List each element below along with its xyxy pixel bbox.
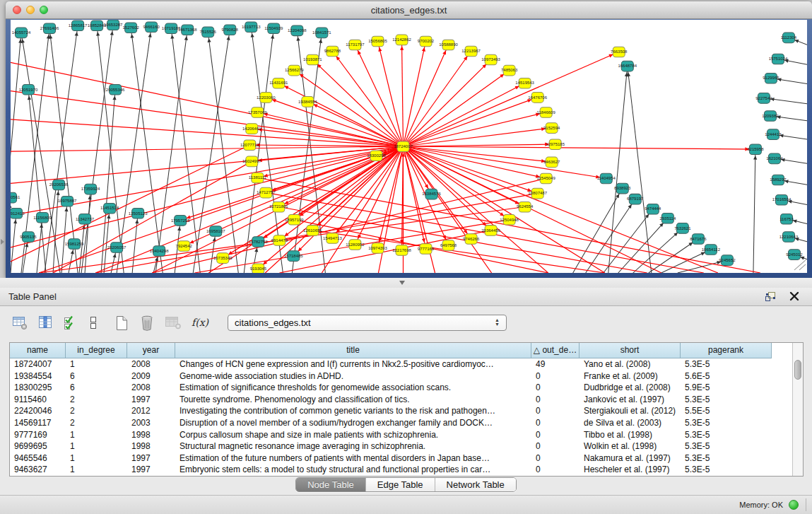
table-cell[interactable]: Tourette syndrome. Phenomenology and cla… — [175, 394, 531, 406]
table-row[interactable]: 2242004622012Investigating the contribut… — [10, 405, 792, 417]
function-builder-button[interactable]: f(x) — [188, 313, 212, 332]
table-cell[interactable]: 14569117 — [10, 417, 66, 429]
column-header-year[interactable]: year — [127, 343, 175, 358]
table-row[interactable]: 969969511998Structural magnetic resonanc… — [10, 440, 792, 452]
table-row[interactable]: 977716911998Corpus callosum shape and si… — [10, 429, 792, 441]
table-cell[interactable]: 0 — [531, 382, 579, 394]
table-select-dropdown[interactable]: citations_edges.txt ▲▼ — [228, 315, 507, 331]
table-cell[interactable]: 5.3E-5 — [681, 452, 772, 465]
table-cell[interactable]: 2 — [66, 417, 127, 429]
network-canvas-svg[interactable]: 1872400712975185946362711545049108074879… — [11, 20, 807, 273]
table-cell[interactable]: 2 — [66, 394, 127, 406]
table-cell[interactable]: 1997 — [127, 452, 175, 465]
table-cell[interactable]: 9465546 — [10, 452, 66, 465]
table-cell[interactable]: 5.3E-5 — [681, 394, 772, 406]
table-cell[interactable]: Estimation of the future numbers of pati… — [175, 452, 531, 465]
table-row[interactable]: 1456911722003Disruption of a novel membe… — [10, 417, 792, 429]
table-cell[interactable]: 2008 — [127, 382, 175, 394]
table-cell[interactable]: 1997 — [127, 464, 175, 476]
table-cell[interactable]: 9115460 — [10, 394, 66, 406]
table-cell[interactable]: Changes of HCN gene expression and I(f) … — [175, 358, 531, 370]
table-cell[interactable]: 2003 — [127, 417, 175, 429]
table-cell[interactable]: Franke et al. (2009) — [579, 370, 681, 382]
table-cell[interactable]: 0 — [531, 405, 579, 417]
table-cell[interactable]: Jankovic et al. (1997) — [579, 394, 681, 406]
table-cell[interactable]: Disruption of a novel member of a sodium… — [175, 417, 531, 429]
column-header-pagerank[interactable]: pagerank — [681, 343, 772, 358]
table-cell[interactable]: Tibbo et al. (1998) — [579, 429, 681, 441]
tab-network-table[interactable]: Network Table — [435, 478, 516, 491]
table-cell[interactable]: Structural magnetic resonance image aver… — [175, 440, 531, 452]
table-cell[interactable]: 5.3E-5 — [681, 358, 772, 370]
table-cell[interactable]: 5.3E-5 — [681, 429, 772, 441]
table-cell[interactable]: 1998 — [127, 440, 175, 452]
table-cell[interactable]: 18300295 — [10, 382, 66, 394]
table-cell[interactable]: Wolkin et al. (1998) — [579, 440, 681, 452]
clear-selection-button[interactable] — [86, 313, 107, 332]
table-cell[interactable]: 5.3E-5 — [681, 440, 772, 452]
table-row[interactable]: 946554611997Estimation of the future num… — [10, 452, 792, 465]
table-cell[interactable]: 2009 — [127, 370, 175, 382]
table-cell[interactable]: 1998 — [127, 429, 175, 441]
table-cell[interactable]: 9777169 — [10, 429, 66, 441]
column-header-out_de[interactable]: △ out_de… — [531, 343, 579, 358]
table-cell[interactable]: 0 — [531, 370, 579, 382]
network-window-titlebar[interactable]: citations_edges.txt — [6, 1, 812, 19]
memory-indicator-icon[interactable] — [789, 500, 799, 510]
table-cell[interactable]: 1 — [66, 358, 127, 370]
table-cell[interactable]: Nakamura et al. (1997) — [579, 452, 681, 465]
table-cell[interactable]: 1 — [66, 429, 127, 441]
table-row[interactable]: 1830029562008Estimation of significance … — [10, 382, 792, 394]
close-panel-icon[interactable] — [788, 291, 801, 303]
table-cell[interactable]: 22420046 — [10, 405, 66, 417]
table-cell[interactable]: 49 — [531, 358, 579, 370]
select-all-button[interactable] — [61, 313, 82, 332]
table-cell[interactable]: 5.3E-5 — [681, 417, 772, 429]
table-cell[interactable]: 0 — [531, 452, 579, 465]
table-cell[interactable]: 18724007 — [10, 358, 66, 370]
table-cell[interactable]: 5.3E-5 — [681, 464, 772, 476]
table-cell[interactable]: 6 — [66, 382, 127, 394]
table-cell[interactable]: 5.6E-5 — [681, 370, 772, 382]
tab-edge-table[interactable]: Edge Table — [366, 478, 435, 491]
network-canvas[interactable]: 1872400712975185946362711545049108074879… — [11, 20, 807, 273]
table-scrollbar[interactable] — [792, 343, 803, 476]
table-cell[interactable]: 5.9E-5 — [681, 382, 772, 394]
table-cell[interactable]: Genome-wide association studies in ADHD. — [175, 370, 531, 382]
delete-table-button[interactable] — [163, 313, 184, 332]
table-cell[interactable]: Hescheler et al. (1997) — [579, 464, 681, 476]
divider-collapse-handle[interactable] — [399, 281, 405, 285]
table-row[interactable]: 911546021997Tourette syndrome. Phenomeno… — [10, 394, 792, 406]
split-divider[interactable] — [0, 278, 812, 288]
table-options-button[interactable] — [10, 313, 31, 332]
table-cell[interactable]: 2012 — [127, 405, 175, 417]
table-row[interactable]: 946362711997Embryonic stem cells: a mode… — [10, 464, 792, 476]
tab-node-table[interactable]: Node Table — [296, 478, 366, 491]
table-cell[interactable]: 9463627 — [10, 464, 66, 476]
table-cell[interactable]: Estimation of significance thresholds fo… — [175, 382, 531, 394]
table-cell[interactable]: 9699695 — [10, 440, 66, 452]
table-cell[interactable]: 0 — [531, 417, 579, 429]
column-header-title[interactable]: title — [175, 343, 531, 358]
column-header-name[interactable]: name — [10, 343, 66, 358]
table-cell[interactable]: 1 — [66, 440, 127, 452]
table-cell[interactable]: Embryonic stem cells: a model to study s… — [175, 464, 531, 476]
table-cell[interactable]: 0 — [531, 464, 579, 476]
table-cell[interactable]: Dudbridge et al. (2008) — [579, 382, 681, 394]
float-window-icon[interactable] — [764, 291, 777, 303]
table-cell[interactable]: 0 — [531, 440, 579, 452]
table-cell[interactable]: de Silva et al. (2003) — [579, 417, 681, 429]
table-cell[interactable]: 2008 — [127, 358, 175, 370]
delete-columns-button[interactable] — [137, 313, 158, 332]
table-cell[interactable]: 1997 — [127, 394, 175, 406]
table-row[interactable]: 1872400712008Changes of HCN gene express… — [10, 358, 792, 370]
table-row[interactable]: 1938455462009Genome-wide association stu… — [10, 370, 792, 382]
table-cell[interactable]: 2 — [66, 405, 127, 417]
table-cell[interactable]: 1 — [66, 464, 127, 476]
column-header-in_degree[interactable]: in_degree — [66, 343, 127, 358]
column-header-short[interactable]: short — [579, 343, 681, 358]
network-window[interactable]: citations_edges.txt 18724007129751859463… — [6, 1, 812, 278]
table-cell[interactable]: Yano et al. (2008) — [579, 358, 681, 370]
table-cell[interactable]: 19384554 — [10, 370, 66, 382]
table-cell[interactable]: 0 — [531, 429, 579, 441]
